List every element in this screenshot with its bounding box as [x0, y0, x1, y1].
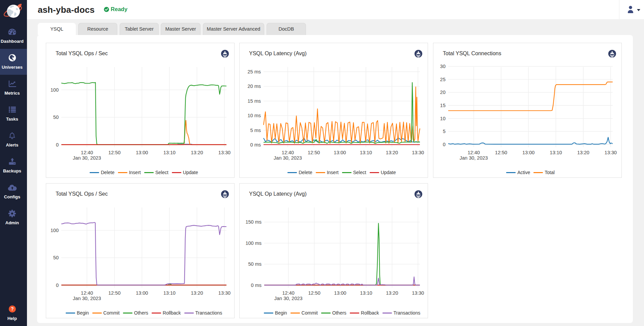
svg-text:13:30: 13:30 [218, 150, 231, 155]
svg-text:10 ms: 10 ms [248, 113, 261, 118]
svg-text:13:10: 13:10 [550, 150, 562, 155]
svg-text:13:10: 13:10 [360, 150, 372, 155]
svg-text:12:40: 12:40 [282, 150, 294, 155]
svg-text:12:50: 12:50 [308, 150, 320, 155]
svg-text:30: 30 [440, 64, 446, 69]
svg-text:13:30: 13:30 [605, 150, 617, 155]
svg-text:50 ms: 50 ms [248, 261, 262, 267]
svg-text:13:00: 13:00 [522, 150, 534, 155]
svg-text:12:40: 12:40 [468, 150, 480, 155]
svg-text:150 ms: 150 ms [245, 219, 262, 225]
svg-text:20: 20 [440, 90, 446, 95]
svg-text:13:00: 13:00 [334, 290, 346, 296]
svg-text:15: 15 [440, 103, 446, 108]
svg-text:12:50: 12:50 [495, 150, 507, 155]
svg-text:100: 100 [51, 87, 59, 93]
svg-text:13:20: 13:20 [386, 150, 398, 155]
svg-text:Jan 30, 2023: Jan 30, 2023 [460, 155, 488, 161]
svg-text:12:40: 12:40 [81, 290, 93, 296]
svg-text:13:20: 13:20 [191, 150, 203, 155]
svg-text:13:30: 13:30 [412, 150, 424, 155]
svg-text:12:50: 12:50 [108, 150, 120, 155]
svg-text:?: ? [11, 306, 13, 312]
svg-text:10: 10 [440, 116, 446, 121]
svg-text:12:40: 12:40 [282, 290, 295, 296]
svg-text:13:30: 13:30 [218, 290, 231, 296]
svg-text:100: 100 [51, 228, 59, 233]
svg-text:13:00: 13:00 [136, 290, 148, 296]
svg-text:12:50: 12:50 [308, 290, 320, 296]
svg-text:13:10: 13:10 [163, 290, 176, 296]
svg-text:15 ms: 15 ms [248, 98, 261, 104]
svg-text:25: 25 [440, 77, 446, 82]
svg-text:13:00: 13:00 [334, 150, 346, 155]
svg-text:13:10: 13:10 [360, 290, 372, 296]
svg-text:0: 0 [56, 142, 59, 148]
svg-text:12:40: 12:40 [81, 150, 93, 155]
svg-text:13:20: 13:20 [386, 290, 398, 296]
svg-text:Jan 30, 2023: Jan 30, 2023 [73, 296, 101, 301]
svg-text:13:20: 13:20 [191, 290, 203, 296]
svg-text:Jan 30, 2023: Jan 30, 2023 [73, 155, 101, 161]
svg-text:0 ms: 0 ms [251, 283, 262, 288]
svg-text:13:00: 13:00 [136, 150, 148, 155]
svg-text:13:10: 13:10 [163, 150, 176, 155]
svg-text:5 ms: 5 ms [250, 128, 261, 133]
svg-text:5: 5 [443, 129, 446, 134]
svg-text:20 ms: 20 ms [248, 84, 261, 89]
svg-text:50: 50 [53, 115, 59, 120]
svg-text:25 ms: 25 ms [248, 69, 261, 74]
svg-text:0: 0 [443, 142, 446, 147]
svg-text:13:30: 13:30 [412, 290, 424, 296]
svg-text:0 ms: 0 ms [250, 142, 261, 148]
svg-text:12:50: 12:50 [108, 290, 120, 296]
svg-text:13:20: 13:20 [577, 150, 589, 155]
svg-text:Jan 30, 2023: Jan 30, 2023 [274, 296, 303, 301]
svg-text:Jan 30, 2023: Jan 30, 2023 [274, 155, 302, 161]
svg-text:0: 0 [56, 283, 59, 288]
svg-text:50: 50 [53, 255, 59, 260]
svg-text:100 ms: 100 ms [245, 240, 262, 246]
